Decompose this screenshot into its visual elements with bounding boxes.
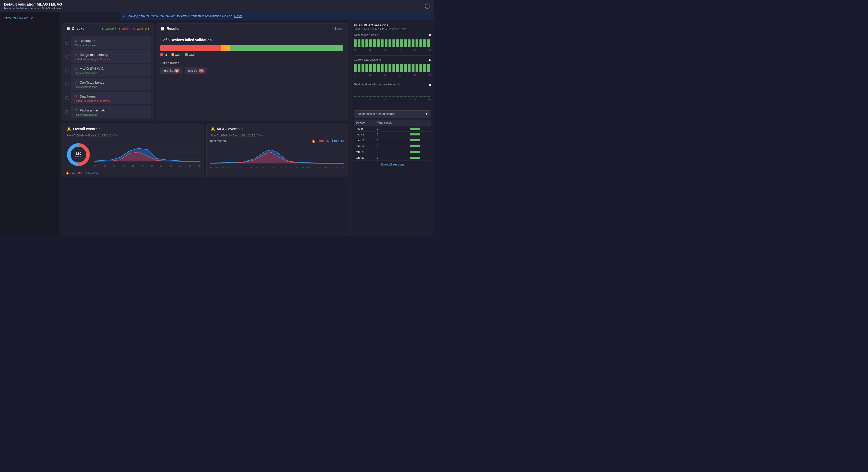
chart-x-labels: 071115192303 — [354, 49, 431, 51]
sidebar-date-clear[interactable]: ⊗ — [30, 16, 33, 20]
chart-bar — [369, 97, 372, 97]
content-area: ⊞ Checks ● passed 7 — [59, 20, 350, 236]
metric-value: 0 — [429, 83, 431, 87]
device-cell: torc-22 — [354, 155, 375, 161]
show-all-sessions-link[interactable]: Show all sessions — [354, 163, 431, 166]
table-row[interactable]: torc-121 — [354, 143, 431, 149]
failed-node-name: torc-21 — [163, 69, 173, 72]
pb-warn — [221, 45, 230, 51]
check-row[interactable]: ✓Backup IPThis check passed — [65, 36, 151, 49]
failed-nodes-list: torc-218noc-se7 — [160, 67, 343, 74]
failed-node-count: 8 — [174, 69, 179, 72]
fail-icon: ✕ — [74, 94, 78, 99]
failed-nodes-title: Failed nodes — [160, 61, 343, 65]
check-item[interactable]: ✓Conflicted bondsThis check passed — [71, 78, 151, 91]
check-name-text: Conflicted bonds — [80, 80, 104, 85]
breadcrumb-home[interactable]: Home — [4, 7, 11, 10]
chart-bar — [366, 39, 368, 47]
session-bar — [410, 128, 420, 130]
checks-icon: ⊞ — [67, 27, 70, 31]
check-row[interactable]: ✓MLAG SYSMACThis check passed — [65, 64, 151, 76]
chart-bar — [369, 39, 372, 47]
check-row[interactable]: ✓Package mismatchThis check passed — [65, 106, 151, 118]
check-circle — [65, 82, 69, 87]
overall-events-footer: 🔥 Error 163 ℹ Info 157 — [63, 170, 204, 177]
right-panel-title-text: All MLAG sessions — [359, 23, 388, 27]
table-row[interactable]: noc-se1 — [354, 132, 431, 137]
chart-bar — [415, 97, 418, 97]
check-item[interactable]: ✓Backup IPThis check passed — [71, 36, 151, 49]
check-name-text: Dual home — [80, 95, 96, 98]
failed-node[interactable]: noc-se7 — [185, 67, 207, 74]
check-item[interactable]: ✓Package mismatchThis check passed — [71, 106, 151, 118]
warning-label: warning — [137, 27, 147, 30]
export-button[interactable]: ↑ Export — [332, 27, 343, 30]
check-status-text: This check passed — [74, 71, 148, 74]
check-row[interactable]: ✓Conflicted bondsThis check passed — [65, 78, 151, 91]
chart-x-labels: 071115192303 — [354, 73, 431, 76]
chart-bar — [404, 97, 407, 97]
chart-bar — [354, 64, 356, 72]
mlag-events-panel: 🔔 MLAG events ℹ From 7/11/2024 6:47 am t… — [206, 124, 348, 177]
mlag-error-count: 15 — [325, 139, 329, 143]
progress-bar — [160, 45, 343, 51]
switches-dropdown[interactable]: Switches with most sessions ▼ — [354, 110, 431, 117]
pb-pass — [230, 45, 343, 51]
check-name-text: MLAG SYSMAC — [80, 67, 104, 70]
pass-dot: ● — [101, 27, 103, 31]
table-row[interactable]: torc-211 — [354, 149, 431, 155]
failed-nodes-section: Failed nodes torc-218noc-se7 — [160, 61, 343, 74]
pass-icon: ✓ — [74, 66, 78, 71]
overall-events-header: 🔔 Overall events ℹ — [63, 124, 204, 134]
table-row[interactable]: torc-111 — [354, 137, 431, 143]
metric-label-text: Total nodes running — [354, 33, 378, 37]
check-item[interactable]: ✕Dual homeFailed - 0 warnings | 9 errors — [71, 92, 151, 104]
check-status-text: This check passed — [74, 113, 148, 116]
reset-link[interactable]: Reset — [234, 14, 242, 18]
check-row[interactable]: ✕Bridge membershipFailed - 0 warnings | … — [65, 50, 151, 63]
failed-node[interactable]: torc-218 — [160, 67, 182, 74]
total-events-row: Total events 🔥 Error 15 ℹ Info 13 — [207, 139, 347, 145]
metric-value: 6 — [429, 58, 431, 62]
breadcrumb-validation-summary[interactable]: Validation summary — [15, 7, 39, 10]
legend-fail-label: fail — [164, 53, 167, 56]
col-extra — [408, 120, 431, 126]
check-item[interactable]: ✕Bridge membershipFailed - 0 warnings | … — [71, 50, 151, 63]
check-item[interactable]: ✓MLAG SYSMACThis check passed — [71, 64, 151, 76]
overall-error-badge: 🔥 Error 163 — [66, 171, 82, 175]
chart-bar — [389, 64, 391, 72]
check-status-text: Failed - 0 warnings | 2 errors — [74, 58, 148, 61]
metric-section: Total sessions with inactive-backup-ip00… — [354, 83, 431, 101]
chart-bar — [412, 39, 414, 47]
chart-bar — [385, 64, 388, 72]
metric-label: Total nodes running6 — [354, 33, 431, 37]
session-bar — [410, 151, 420, 153]
legend-warn: warn — [172, 53, 181, 56]
metric-section: Current total sessions6071115192303 — [354, 58, 431, 76]
chart-bar — [408, 39, 411, 47]
sessions-bar-cell — [408, 155, 431, 161]
mlag-events-info-icon: ℹ — [242, 127, 243, 131]
close-button[interactable]: ✕ — [425, 4, 430, 9]
progress-legend: fail warn pass — [160, 53, 343, 56]
fail-icon: ✕ — [74, 52, 78, 57]
sessions-cell: 1 — [375, 155, 408, 161]
check-item-name: ✓Conflicted bonds — [74, 80, 148, 85]
chart-bar — [396, 64, 399, 72]
mlag-info-badge: ℹ Info 13 — [332, 139, 344, 143]
export-label: Export — [334, 27, 343, 30]
passed-count: 7 — [115, 27, 116, 30]
chart-bar — [389, 97, 391, 97]
table-row[interactable]: noc-pr1 — [354, 126, 431, 132]
overall-events-body: 320 Events — [63, 139, 204, 170]
mlag-events-counts: 🔥 Error 15 ℹ Info 13 — [312, 139, 344, 143]
donut-label: 320 Events — [75, 151, 82, 158]
breadcrumb: Home > Validation summary > MLAG validat… — [4, 7, 62, 10]
sidebar-date: 7/12/2024 6:47 am ⊗ — [3, 16, 56, 20]
table-row[interactable]: torc-221 — [354, 155, 431, 161]
device-cell: noc-se — [354, 132, 375, 137]
results-title: 📋 Results — [160, 27, 180, 31]
sessions-bar-cell — [408, 132, 431, 137]
chart-bar — [369, 64, 372, 72]
check-row[interactable]: ✕Dual homeFailed - 0 warnings | 9 errors — [65, 92, 151, 104]
